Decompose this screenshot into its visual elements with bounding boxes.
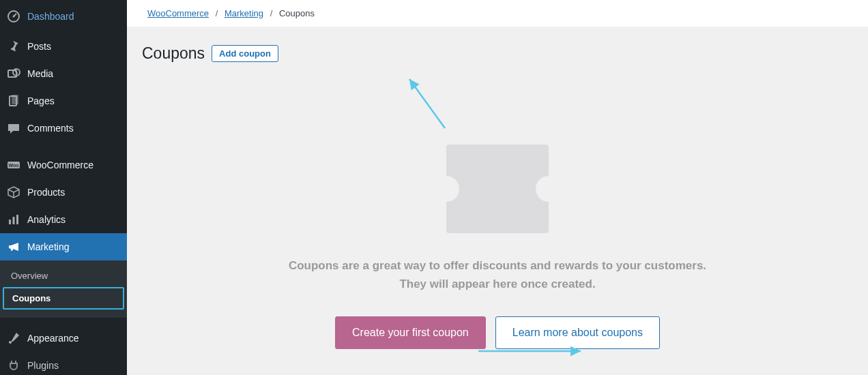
sidebar-submenu: Overview Coupons [0,260,127,318]
svg-rect-8 [9,220,11,224]
content-area: Coupons Add coupon Coupons are a great w… [127,27,868,367]
sidebar-item-appearance[interactable]: Appearance [0,325,127,352]
sidebar-item-comments[interactable]: Comments [0,115,127,142]
heading-row: Coupons Add coupon [142,44,853,63]
breadcrumb-link-woocommerce[interactable]: WooCommerce [147,8,209,18]
sidebar-item-label: Posts [27,41,51,52]
sidebar-item-label: Appearance [27,333,79,344]
sidebar-item-woocommerce[interactable]: Woo WooCommerce [0,151,127,179]
sidebar-item-dashboard[interactable]: Dashboard [0,0,127,33]
breadcrumb: WooCommerce / Marketing / Coupons [147,8,852,18]
comment-icon [7,121,20,135]
add-coupon-button[interactable]: Add coupon [212,45,278,62]
pages-icon [7,94,20,108]
sidebar-item-label: WooCommerce [27,160,93,170]
submenu-item-label: Coupons [12,293,50,303]
svg-rect-5 [12,95,18,104]
submenu-item-overview[interactable]: Overview [3,266,124,286]
admin-sidebar: Dashboard Posts Media Pages Comments Woo… [0,0,127,375]
learn-more-button[interactable]: Learn more about coupons [495,316,660,349]
ticket-icon [446,145,549,233]
media-icon [7,67,20,80]
megaphone-icon [7,240,20,254]
empty-state: Coupons are a great way to offer discoun… [142,63,853,349]
woo-icon: Woo [7,158,20,172]
svg-rect-9 [13,217,15,224]
sidebar-item-marketing[interactable]: Marketing [0,233,127,260]
create-coupon-button[interactable]: Create your first coupon [335,316,486,349]
submenu-item-coupons[interactable]: Coupons [3,287,124,310]
sidebar-item-label: Products [27,187,65,198]
pin-icon [7,40,20,53]
sidebar-item-media[interactable]: Media [0,60,127,87]
sidebar-item-pages[interactable]: Pages [0,87,127,115]
sidebar-item-label: Plugins [27,360,59,371]
sidebar-item-label: Marketing [27,241,69,252]
products-icon [7,185,20,199]
sidebar-item-posts[interactable]: Posts [0,33,127,60]
sidebar-item-products[interactable]: Products [0,179,127,206]
sidebar-item-label: Comments [27,123,74,134]
topbar: WooCommerce / Marketing / Coupons [127,0,868,27]
breadcrumb-separator: / [270,8,273,18]
submenu-item-label: Overview [11,271,48,281]
plug-icon [7,359,20,372]
brush-icon [7,331,20,345]
dashboard-icon [7,10,20,23]
analytics-icon [7,213,20,226]
page-title: Coupons [142,44,205,63]
svg-text:Woo: Woo [8,163,18,168]
breadcrumb-separator: / [216,8,218,18]
svg-point-11 [9,341,12,344]
main-content: WooCommerce / Marketing / Coupons Coupon… [127,0,868,375]
sidebar-item-analytics[interactable]: Analytics [0,206,127,233]
cta-row: Create your first coupon Learn more abou… [169,316,826,349]
svg-rect-10 [16,215,18,224]
breadcrumb-link-marketing[interactable]: Marketing [225,8,263,18]
sidebar-item-label: Pages [27,95,55,106]
svg-point-1 [13,16,15,18]
empty-state-message: Coupons are a great way to offer discoun… [286,256,709,293]
sidebar-item-label: Analytics [27,214,66,225]
breadcrumb-current: Coupons [279,8,315,18]
sidebar-item-plugins[interactable]: Plugins [0,352,127,375]
sidebar-item-label: Dashboard [27,11,74,22]
sidebar-item-label: Media [27,68,53,79]
